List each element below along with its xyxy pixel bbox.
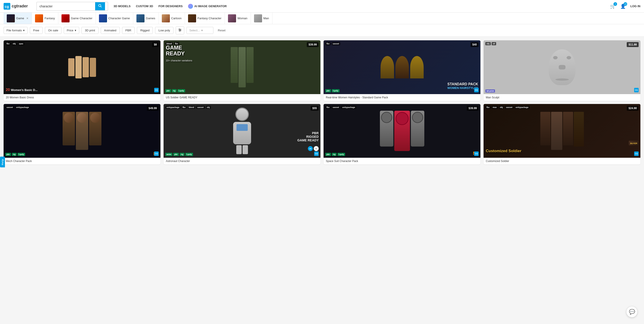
- card-title-2: US Soldier GAME READY: [166, 96, 318, 99]
- card-title-7: Space Suit Character Pack: [326, 160, 478, 163]
- badge-uasset8: uasset: [505, 106, 514, 109]
- file-formats-dropdown[interactable]: File formats ▾: [4, 27, 28, 34]
- on-sale-filter[interactable]: On sale: [45, 27, 62, 34]
- login-button[interactable]: LOG IN: [630, 4, 640, 8]
- tag-thumb-fantasy: [35, 14, 43, 22]
- tag-game-close[interactable]: ✕: [26, 17, 28, 20]
- card-image-5: MK uasset unitypackage $49.99 CG pbr rig…: [4, 104, 160, 158]
- model-card-4[interactable]: obj stl $11.88 CG 3d print Man Sculpt: [484, 40, 640, 101]
- tag-fantasycharacter-label: Fantasy Character: [198, 16, 222, 20]
- bottom-badges-4: 3d print: [485, 89, 495, 92]
- tag-charactergame[interactable]: Character Game: [96, 12, 133, 24]
- badge-uasset5: uasset: [6, 106, 14, 109]
- standard-pack-overlay: STANDARD PACK WOMEN HAIRSTYLES: [448, 82, 478, 90]
- tag-cartoon[interactable]: Cartoon: [159, 12, 185, 24]
- badge-lpoly7: l-poly: [338, 153, 345, 156]
- badge-max8: max: [492, 106, 498, 109]
- tag-game[interactable]: Game ✕: [4, 12, 32, 24]
- low-poly-filter[interactable]: Low poly: [155, 27, 173, 34]
- file-formats-arrow: ▾: [23, 29, 25, 32]
- card-info-7: Space Suit Character Pack: [324, 158, 480, 164]
- reset-button[interactable]: Reset: [216, 27, 228, 34]
- help-sidebar[interactable]: Help: [0, 157, 5, 167]
- card-title-3: Real-time Women Hairstyles - Standard Ga…: [326, 96, 478, 99]
- price-label: Price: [67, 29, 74, 32]
- nav-custom3d[interactable]: CUSTOM 3D: [136, 4, 153, 8]
- price-7: $39.99: [467, 106, 478, 111]
- cg-certified-3: CG: [474, 88, 478, 92]
- nav-aigen[interactable]: AI IMAGE GENERATOR: [188, 4, 227, 9]
- astro-overlay: PBRRIGGEDGAME READY: [297, 131, 319, 142]
- free-filter[interactable]: Free: [30, 27, 43, 34]
- tag-games-label: Games: [146, 16, 155, 20]
- price-4: $11.88: [627, 42, 638, 47]
- cart-button[interactable]: 🛒 0: [610, 3, 616, 9]
- card-image-1: fbx obj zpac $8 CG 20 Women's Basic D...: [4, 40, 160, 94]
- cg-certified-7: CG: [474, 152, 478, 156]
- model-card-3[interactable]: STANDARD PACK WOMEN HAIRSTYLES fbx uasse…: [324, 40, 480, 101]
- card-visual-hair: STANDARD PACK WOMEN HAIRSTYLES: [324, 40, 480, 94]
- tag-gamecharacter-label: Game Character: [71, 16, 92, 20]
- model-card-8[interactable]: Customized Soldier BUYER fbx max obj uas…: [484, 104, 640, 164]
- tag-woman-label: Woman: [238, 16, 248, 20]
- badge-obj8: obj: [499, 106, 504, 109]
- badge-blend: blend: [166, 42, 173, 45]
- pbr-filter[interactable]: PBR: [122, 27, 135, 34]
- tag-game-label: Game: [16, 16, 24, 20]
- card-visual-astro: PBRRIGGEDGAME READY UE U: [164, 104, 320, 158]
- price-dropdown[interactable]: Price ▾: [64, 27, 79, 34]
- svg-line-3: [101, 6, 102, 7]
- badge-obj4: obj: [485, 42, 491, 45]
- badge-obj6: obj: [206, 106, 211, 109]
- logo[interactable]: cg cgtrader: [4, 3, 33, 10]
- rigged-filter[interactable]: Rigged: [137, 27, 153, 34]
- svg-point-7: [179, 29, 180, 29]
- card-info-8: Customized Soldier: [484, 158, 640, 164]
- badge-pbr7: pbr: [325, 153, 331, 156]
- badge-unity6: unitypackage: [166, 106, 181, 109]
- tag-woman[interactable]: Woman: [225, 12, 251, 24]
- tag-gamecharacter[interactable]: Game Character: [58, 12, 96, 24]
- tag-fantasy[interactable]: Fantasy: [32, 12, 58, 24]
- search-input[interactable]: character: [37, 3, 95, 10]
- badge-rig6: rig: [180, 153, 185, 156]
- nav-3dmodels[interactable]: 3D MODELS: [114, 4, 130, 8]
- model-card-5[interactable]: MK uasset unitypackage $49.99 CG pbr rig…: [4, 104, 160, 164]
- badge-rig5: rig: [12, 153, 17, 156]
- gameready-overlay: GAMEREADY10+ character variations: [166, 45, 192, 62]
- badge-lpoly6: l-poly: [185, 153, 193, 156]
- card-title-6: Astronaut Character: [166, 160, 318, 163]
- search-button[interactable]: [95, 2, 105, 10]
- notifications-button[interactable]: 👤 20: [620, 3, 626, 9]
- badge-fbx8: fbx: [485, 106, 491, 109]
- badge-zpac: zpac: [18, 42, 24, 45]
- format-badges-5: uasset unitypackage: [6, 106, 30, 109]
- price-3: $40: [470, 42, 478, 47]
- print-3d-filter[interactable]: 3D print: [82, 27, 98, 34]
- animated-filter[interactable]: Animated: [101, 27, 120, 34]
- badge-blend6: blend: [188, 106, 195, 109]
- model-card-2[interactable]: GAMEREADY10+ character variations blend …: [164, 40, 320, 101]
- astro-logos: UE U: [308, 146, 319, 151]
- model-card-1[interactable]: fbx obj zpac $8 CG 20 Women's Basic D...…: [4, 40, 160, 101]
- model-card-7[interactable]: MK fbx uasset unitypackage $39.99 CG pbr…: [324, 104, 480, 164]
- tag-fantasycharacter[interactable]: Fantasy Character: [185, 12, 225, 24]
- sort-placeholder: Select...: [190, 29, 200, 32]
- model-card-6[interactable]: PBRRIGGEDGAME READY UE U unitypackage fb…: [164, 104, 320, 164]
- price-arrow: ▾: [75, 29, 76, 32]
- tag-strip: Game ✕ Fantasy Game Character Character …: [0, 12, 644, 24]
- tag-charactergame-label: Character Game: [108, 16, 130, 20]
- tag-thumb-cartoon: [162, 14, 170, 22]
- more-filters-button[interactable]: [176, 26, 184, 34]
- price-2: $39.99: [307, 42, 319, 47]
- tag-games[interactable]: Games: [133, 12, 159, 24]
- logo-text: cgtrader: [12, 4, 28, 8]
- sort-arrow: ▾: [201, 29, 203, 32]
- tag-man[interactable]: Man: [251, 12, 272, 24]
- svg-point-9: [179, 30, 180, 31]
- card-title-8: Customized Soldier: [486, 160, 638, 163]
- filter-bar: File formats ▾ Free On sale Price ▾ 3D p…: [0, 24, 644, 37]
- nav-fordesigners[interactable]: FOR DESIGNERS: [158, 4, 183, 8]
- price-5: $49.99: [147, 106, 159, 111]
- sort-select[interactable]: Select... ▾: [186, 27, 214, 34]
